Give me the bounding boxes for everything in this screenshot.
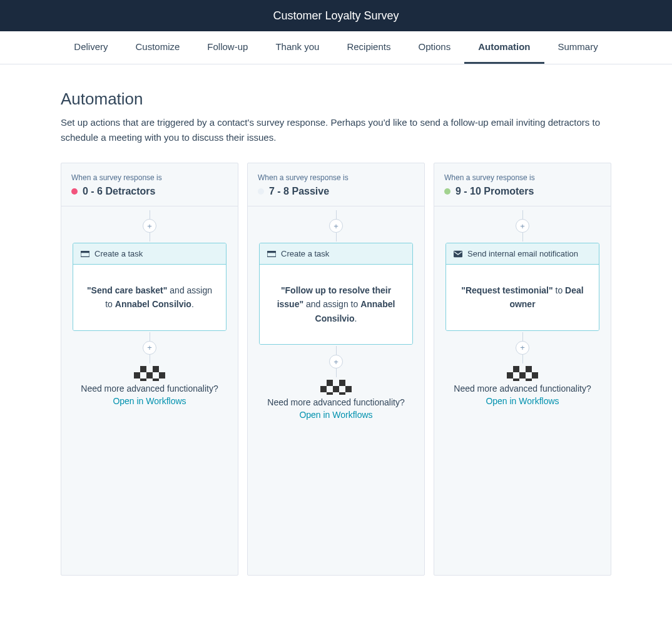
main-content: Automation Set up actions that are trigg… (48, 64, 624, 601)
column-title-row: 0 - 6 Detractors (71, 186, 228, 197)
open-in-workflows-link[interactable]: Open in Workflows (299, 410, 372, 420)
automation-column: When a survey response is 7 - 8 Passive … (247, 163, 425, 576)
action-quoted-text: "Send care basket" (87, 285, 167, 295)
automation-column: When a survey response is 0 - 6 Detracto… (61, 163, 238, 576)
column-header: When a survey response is 0 - 6 Detracto… (61, 163, 238, 206)
placeholder-icon (134, 366, 165, 381)
add-action-button[interactable]: + (329, 219, 343, 233)
action-card-header: Create a task (260, 243, 412, 265)
page-title: Automation (61, 89, 611, 109)
tab-automation[interactable]: Automation (464, 31, 544, 64)
advanced-text: Need more advanced functionality? (81, 384, 218, 394)
tab-customize[interactable]: Customize (121, 31, 193, 64)
column-pretext: When a survey response is (444, 173, 601, 182)
column-header: When a survey response is 9 - 10 Promote… (434, 163, 611, 206)
segment-dot-icon (71, 188, 78, 195)
advanced-text: Need more advanced functionality? (454, 384, 591, 394)
action-mid-text: to (553, 285, 565, 295)
placeholder-icon (320, 380, 352, 395)
tab-summary[interactable]: Summary (544, 31, 612, 64)
tab-follow-up[interactable]: Follow-up (193, 31, 262, 64)
column-body: + Create a task "Send care basket" and a… (61, 206, 238, 406)
column-title: 7 - 8 Passive (269, 186, 329, 197)
task-icon (81, 250, 89, 258)
column-pretext: When a survey response is (71, 173, 228, 182)
connector-line (336, 233, 337, 241)
column-title-row: 7 - 8 Passive (258, 186, 414, 197)
action-card-body: "Send care basket" and assign to Annabel… (73, 265, 226, 330)
action-card-header: Create a task (73, 243, 226, 265)
header-bar: Customer Loyalty Survey (0, 0, 672, 31)
connector-line (150, 210, 150, 219)
column-body: + Create a task "Follow up to resolve th… (248, 206, 424, 420)
page-header-title: Customer Loyalty Survey (273, 9, 399, 23)
connector-line (336, 210, 337, 219)
connector-line (150, 233, 150, 241)
automation-columns: When a survey response is 0 - 6 Detracto… (61, 163, 611, 576)
action-assignee: Annabel Consilvio (115, 299, 191, 309)
connector-line (522, 210, 523, 219)
action-suffix: . (191, 299, 194, 309)
task-icon (267, 250, 276, 258)
automation-column: When a survey response is 9 - 10 Promote… (434, 163, 611, 576)
tab-options[interactable]: Options (404, 31, 464, 64)
action-card[interactable]: Create a task "Send care basket" and ass… (73, 243, 227, 331)
column-title: 9 - 10 Promoters (456, 186, 534, 197)
column-header: When a survey response is 7 - 8 Passive (248, 163, 424, 206)
column-pretext: When a survey response is (258, 173, 414, 182)
column-title: 0 - 6 Detractors (83, 186, 156, 197)
connector-line (522, 332, 523, 341)
action-card-body: "Follow up to resolve their issue" and a… (260, 265, 412, 344)
action-card-body: "Request testimonial" to Deal owner (446, 265, 599, 330)
tab-recipients[interactable]: Recipients (333, 31, 404, 64)
svg-rect-1 (81, 251, 89, 253)
connector-line (150, 332, 150, 341)
add-action-button[interactable]: + (516, 341, 529, 355)
column-title-row: 9 - 10 Promoters (444, 186, 601, 197)
action-type-label: Create a task (94, 249, 143, 258)
action-card-header: Send internal email notification (446, 243, 599, 265)
action-suffix: . (355, 313, 357, 323)
add-action-button[interactable]: + (143, 341, 156, 355)
connector-line (150, 355, 150, 363)
segment-dot-icon (258, 188, 264, 195)
tab-thank-you[interactable]: Thank you (262, 31, 333, 64)
connector-line (522, 355, 523, 363)
svg-rect-3 (267, 251, 276, 253)
svg-rect-4 (454, 250, 462, 257)
action-type-label: Create a task (281, 249, 329, 258)
segment-dot-icon (444, 188, 451, 195)
mail-icon (454, 250, 462, 258)
action-quoted-text: "Request testimonial" (461, 285, 552, 295)
connector-line (336, 346, 337, 355)
action-type-label: Send internal email notification (467, 249, 578, 258)
add-action-button[interactable]: + (516, 219, 529, 233)
action-card[interactable]: Send internal email notification "Reques… (445, 243, 599, 331)
add-action-button[interactable]: + (143, 219, 156, 233)
connector-line (336, 368, 337, 377)
tab-delivery[interactable]: Delivery (60, 31, 121, 64)
action-mid-text: and assign to (303, 299, 360, 309)
column-body: + Send internal email notification "Requ… (434, 206, 611, 406)
action-card[interactable]: Create a task "Follow up to resolve thei… (259, 243, 413, 345)
open-in-workflows-link[interactable]: Open in Workflows (486, 396, 559, 406)
tabs-nav: DeliveryCustomizeFollow-upThank youRecip… (0, 31, 672, 64)
page-description: Set up actions that are triggered by a c… (61, 115, 611, 145)
advanced-text: Need more advanced functionality? (267, 397, 404, 407)
placeholder-icon (507, 366, 538, 381)
connector-line (522, 233, 523, 241)
add-action-button[interactable]: + (329, 355, 343, 368)
open-in-workflows-link[interactable]: Open in Workflows (113, 396, 186, 406)
